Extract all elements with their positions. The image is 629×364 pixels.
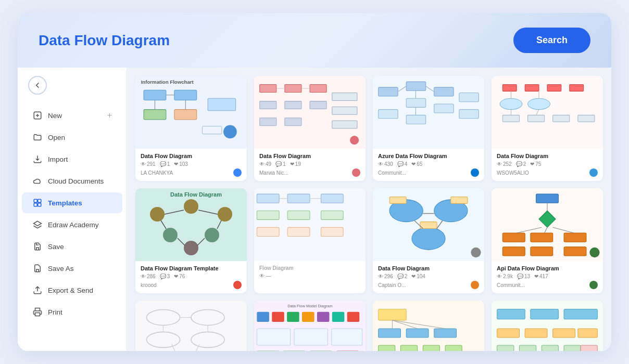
- card-author-1: LA CHANKYA: [141, 168, 242, 177]
- template-card-1[interactable]: Information Flowchart: [135, 76, 247, 181]
- svg-rect-30: [379, 87, 398, 96]
- svg-rect-94: [531, 233, 553, 242]
- svg-rect-132: [379, 329, 401, 337]
- sidebar-item-open[interactable]: Open: [22, 127, 122, 148]
- card-thumb-4: [492, 76, 603, 149]
- body-area: New + Open Import Cloud Doc: [18, 68, 611, 351]
- svg-rect-84: [389, 197, 406, 204]
- svg-line-39: [398, 86, 406, 92]
- svg-rect-78: [321, 227, 343, 236]
- template-card-11[interactable]: Netflix D... 👁 2.8k: [373, 301, 484, 351]
- template-card-7[interactable]: Data Flow Diagram 👁 296 💬 2 ❤ 104 Captai…: [373, 188, 484, 293]
- sidebar-item-save[interactable]: Save: [22, 236, 122, 257]
- svg-rect-24: [332, 93, 357, 101]
- svg-rect-116: [257, 312, 269, 322]
- svg-rect-49: [502, 115, 519, 122]
- sidebar-item-cloud[interactable]: Cloud Documents: [22, 171, 122, 191]
- template-card-8[interactable]: Api Data Flow Diagram 👁 2.9k 💬 13 ❤ 417 …: [492, 188, 603, 293]
- svg-rect-43: [502, 85, 517, 92]
- card-thumb-3: [373, 76, 484, 149]
- svg-line-64: [165, 210, 184, 214]
- card-thumb-7: [373, 188, 484, 261]
- svg-rect-91: [536, 194, 559, 203]
- sidebar-item-new[interactable]: New +: [22, 105, 122, 126]
- svg-rect-70: [257, 194, 279, 203]
- svg-rect-120: [317, 312, 330, 322]
- svg-rect-86: [420, 222, 437, 229]
- template-card-5[interactable]: Data Flow Diagram: [135, 188, 247, 293]
- svg-rect-17: [285, 85, 301, 93]
- template-card-6[interactable]: Flow Diagram 👁 —: [254, 188, 366, 293]
- svg-line-100: [517, 227, 542, 233]
- svg-rect-145: [497, 329, 520, 337]
- template-card-10[interactable]: Data Flow Model Diagram: [254, 301, 366, 351]
- sidebar-item-export[interactable]: Export & Send: [22, 280, 122, 301]
- template-card-12[interactable]: Pci Data Flow Diagram 👁 1.3k 💬 13 ❤ 268 …: [492, 301, 603, 351]
- card-title-4: Data Flow Diagram: [497, 153, 598, 159]
- card-author-2: Marwa Nic...: [259, 168, 360, 177]
- svg-rect-34: [379, 110, 398, 119]
- svg-rect-20: [285, 101, 301, 109]
- svg-rect-45: [547, 85, 561, 92]
- svg-point-106: [146, 332, 180, 347]
- svg-rect-93: [502, 233, 525, 242]
- arrow-left-icon: [33, 81, 42, 90]
- search-button[interactable]: Search: [513, 28, 590, 53]
- svg-rect-21: [310, 101, 326, 109]
- main-content: Information Flowchart: [127, 68, 611, 351]
- sidebar-item-templates[interactable]: Templates: [22, 192, 122, 213]
- svg-rect-3: [34, 203, 37, 206]
- svg-rect-1: [34, 199, 37, 202]
- card-info-1: Data Flow Diagram 👁 291 💬 1 ❤ 103 LA CHA…: [135, 149, 247, 181]
- svg-rect-8: [144, 110, 166, 120]
- svg-line-101: [545, 227, 547, 233]
- sidebar-item-import[interactable]: Import: [22, 149, 122, 170]
- card-meta-8: 👁 2.9k 💬 13 ❤ 417: [497, 274, 598, 279]
- template-card-9[interactable]: Data Flow Diagram 👁 77 💬 0 ❤ 19 Hyun Aur…: [135, 301, 247, 351]
- svg-rect-18: [310, 85, 326, 93]
- svg-rect-144: [564, 309, 597, 319]
- back-button[interactable]: [28, 76, 47, 95]
- svg-rect-119: [302, 312, 314, 322]
- save-icon: [32, 241, 43, 252]
- svg-rect-51: [553, 115, 570, 122]
- sidebar: New + Open Import Cloud Doc: [18, 68, 127, 351]
- card-meta-4: 👁 252 💬 2 ❤ 75: [497, 161, 598, 167]
- svg-rect-149: [497, 345, 514, 351]
- svg-rect-32: [434, 87, 454, 96]
- svg-rect-38: [459, 110, 479, 119]
- svg-rect-25: [332, 107, 357, 114]
- sidebar-item-print[interactable]: Print: [22, 302, 122, 322]
- template-card-3[interactable]: Azure Data Flow Diagram 👁 430 💬 4 ❤ 65 C…: [373, 76, 484, 181]
- card-meta-5: 👁 286 💬 3 ❤ 76: [141, 274, 242, 279]
- template-card-2[interactable]: Data Flow Diagram 👁 49 💬 1 ❤ 19 Marwa Ni…: [254, 76, 366, 181]
- sidebar-item-import-label: Import: [48, 155, 68, 163]
- svg-marker-92: [539, 211, 556, 227]
- sidebar-item-academy[interactable]: Edraw Academy: [22, 214, 122, 235]
- svg-rect-121: [332, 312, 345, 322]
- svg-rect-2: [38, 199, 41, 202]
- svg-point-63: [184, 241, 198, 255]
- svg-rect-23: [285, 118, 301, 126]
- svg-line-56: [536, 110, 539, 115]
- saveas-icon: [32, 263, 43, 274]
- template-card-4[interactable]: Data Flow Diagram 👁 252 💬 2 ❤ 75 WSOW5AL…: [492, 76, 603, 181]
- svg-rect-142: [497, 309, 525, 319]
- svg-point-105: [191, 310, 224, 326]
- svg-point-29: [350, 136, 359, 145]
- svg-rect-36: [434, 104, 454, 113]
- svg-point-14: [223, 125, 237, 139]
- sidebar-item-print-label: Print: [48, 308, 62, 316]
- svg-rect-134: [434, 329, 457, 337]
- templates-icon: [32, 198, 43, 208]
- export-icon: [32, 285, 43, 295]
- sidebar-item-saveas[interactable]: Save As: [22, 258, 122, 279]
- svg-point-59: [184, 199, 198, 214]
- svg-rect-33: [406, 98, 425, 107]
- svg-rect-150: [520, 345, 536, 351]
- print-icon: [32, 307, 43, 317]
- card-meta-3: 👁 430 💬 4 ❤ 65: [378, 161, 479, 167]
- svg-line-102: [553, 227, 574, 233]
- svg-rect-52: [578, 115, 595, 122]
- svg-point-48: [528, 98, 550, 109]
